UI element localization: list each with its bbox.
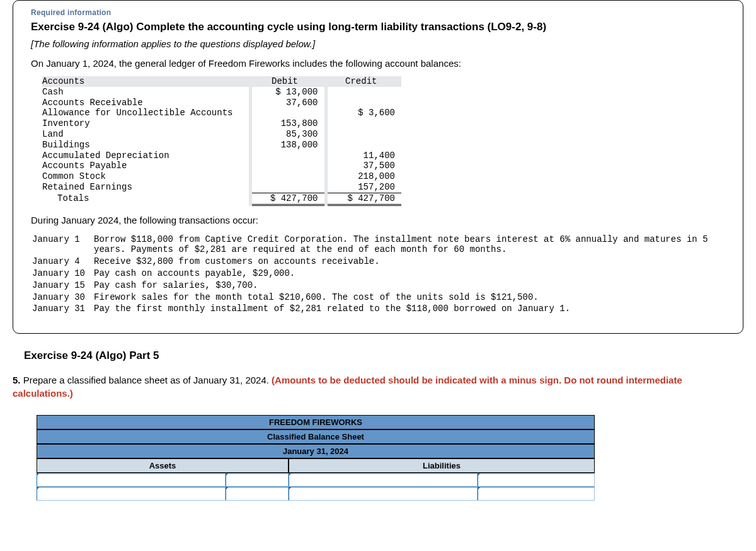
tb-credit: 37,500	[326, 161, 401, 171]
tb-credit: 11,400	[326, 151, 401, 161]
tb-row: Accumulated Depreciation11,400	[42, 151, 401, 161]
instruction-text: Prepare a classified balance sheet as of…	[21, 375, 272, 385]
transaction-desc: Borrow $118,000 from Captive Credit Corp…	[94, 234, 724, 256]
transaction-row: January 1Borrow $118,000 from Captive Cr…	[32, 234, 724, 256]
tb-row: Buildings138,000	[42, 140, 401, 151]
tb-credit	[326, 129, 401, 140]
tb-debit	[250, 108, 326, 118]
tb-credit	[326, 140, 401, 151]
tb-acct: Accounts Receivable	[42, 98, 250, 108]
balance-sheet-table: FREEDOM FIREWORKS Classified Balance She…	[37, 415, 595, 501]
trial-balance-table: Accounts Debit Credit Cash$ 13,000Accoun…	[42, 76, 401, 206]
bs-liabilities-header: Liabilities	[289, 458, 595, 473]
tb-row: Accounts Payable37,500	[42, 161, 401, 171]
transaction-desc: Firework sales for the month total $210,…	[94, 292, 724, 303]
bs-asset-acct-2[interactable]	[37, 487, 226, 501]
intro-text: On January 1, 2024, the general ledger o…	[31, 58, 725, 69]
transaction-date: January 10	[32, 268, 93, 279]
bs-sections-row: Assets Liabilities	[37, 458, 595, 473]
tb-credit: 218,000	[326, 171, 401, 182]
tb-debit: 138,000	[250, 140, 326, 151]
transaction-row: January 31Pay the first monthly installm…	[32, 304, 724, 314]
tb-row: Retained Earnings157,200	[42, 182, 401, 193]
tb-row: Accounts Receivable37,600	[42, 98, 401, 108]
transaction-row: January 30Firework sales for the month t…	[32, 292, 724, 303]
bs-liab-amt-2[interactable]	[478, 487, 595, 501]
tb-acct: Accounts Payable	[42, 161, 250, 171]
tb-acct: Land	[42, 129, 250, 140]
transaction-row: January 10Pay cash on accounts payable, …	[32, 268, 724, 279]
bs-input-row-2	[37, 487, 595, 501]
transaction-date: January 1	[32, 234, 93, 256]
bs-liab-acct-1[interactable]	[289, 473, 478, 487]
transaction-desc: Receive $32,800 from customers on accoun…	[94, 256, 724, 267]
tb-row: Inventory153,800	[42, 118, 401, 129]
part-title: Exercise 9-24 (Algo) Part 5	[24, 349, 743, 362]
tb-header-debit: Debit	[250, 76, 326, 87]
tb-acct: Inventory	[42, 118, 250, 129]
tb-debit	[250, 151, 326, 161]
transaction-date: January 30	[32, 292, 93, 303]
instruction: 5. Prepare a classified balance sheet as…	[13, 373, 743, 400]
bs-asset-acct-1[interactable]	[37, 473, 226, 487]
applies-note: [The following information applies to th…	[31, 38, 725, 49]
bs-title: Classified Balance Sheet	[37, 429, 595, 444]
tb-totals-label: Totals	[42, 193, 250, 205]
tb-credit: 157,200	[326, 182, 401, 193]
transaction-date: January 31	[32, 304, 93, 314]
tb-row: Cash$ 13,000	[42, 87, 401, 98]
tb-debit: 153,800	[250, 118, 326, 129]
tb-acct: Common Stock	[42, 171, 250, 182]
instruction-number: 5.	[13, 375, 21, 385]
tb-acct: Retained Earnings	[42, 182, 250, 193]
tb-row: Allowance for Uncollectible Accounts$ 3,…	[42, 108, 401, 118]
tb-credit	[326, 118, 401, 129]
tb-debit: $ 13,000	[250, 87, 326, 98]
transaction-date: January 4	[32, 256, 93, 267]
bs-asset-amt-2[interactable]	[226, 487, 289, 501]
exercise-title: Exercise 9-24 (Algo) Complete the accoun…	[31, 21, 725, 33]
tb-header-row: Accounts Debit Credit	[42, 76, 401, 87]
bs-company: FREEDOM FIREWORKS	[37, 415, 595, 429]
tb-debit	[250, 161, 326, 171]
bs-company-row: FREEDOM FIREWORKS	[37, 415, 595, 429]
bs-date: January 31, 2024	[37, 444, 595, 458]
tb-row: Common Stock218,000	[42, 171, 401, 182]
tb-totals-credit: $ 427,700	[326, 193, 401, 205]
bs-liab-amt-1[interactable]	[478, 473, 595, 487]
transaction-desc: Pay cash on accounts payable, $29,000.	[94, 268, 724, 279]
bs-asset-amt-1[interactable]	[226, 473, 289, 487]
transactions-table: January 1Borrow $118,000 from Captive Cr…	[31, 233, 725, 316]
bs-assets-header: Assets	[37, 458, 289, 473]
bs-title-row: Classified Balance Sheet	[37, 429, 595, 444]
tb-header-accounts: Accounts	[42, 76, 250, 87]
exercise-card: Required information Exercise 9-24 (Algo…	[13, 0, 743, 334]
required-info-header: Required information	[31, 8, 725, 17]
tb-totals-row: Totals $ 427,700 $ 427,700	[42, 193, 401, 205]
tb-acct: Accumulated Depreciation	[42, 151, 250, 161]
transaction-date: January 15	[32, 280, 93, 291]
tb-acct: Cash	[42, 87, 250, 98]
transaction-desc: Pay cash for salaries, $30,700.	[94, 280, 724, 291]
transaction-row: January 15Pay cash for salaries, $30,700…	[32, 280, 724, 291]
tb-debit: 85,300	[250, 129, 326, 140]
bs-date-row: January 31, 2024	[37, 444, 595, 458]
tb-debit: 37,600	[250, 98, 326, 108]
tb-credit	[326, 98, 401, 108]
bs-liab-acct-2[interactable]	[289, 487, 478, 501]
transaction-row: January 4Receive $32,800 from customers …	[32, 256, 724, 267]
tb-debit	[250, 171, 326, 182]
tb-debit	[250, 182, 326, 193]
transaction-desc: Pay the first monthly installment of $2,…	[94, 304, 724, 314]
bs-input-row-1	[37, 473, 595, 487]
tb-acct: Buildings	[42, 140, 250, 151]
tb-acct: Allowance for Uncollectible Accounts	[42, 108, 250, 118]
tb-totals-debit: $ 427,700	[250, 193, 326, 205]
tb-credit	[326, 87, 401, 98]
tb-row: Land85,300	[42, 129, 401, 140]
tb-credit: $ 3,600	[326, 108, 401, 118]
during-text: During January 2024, the following trans…	[31, 215, 725, 225]
tb-header-credit: Credit	[326, 76, 401, 87]
